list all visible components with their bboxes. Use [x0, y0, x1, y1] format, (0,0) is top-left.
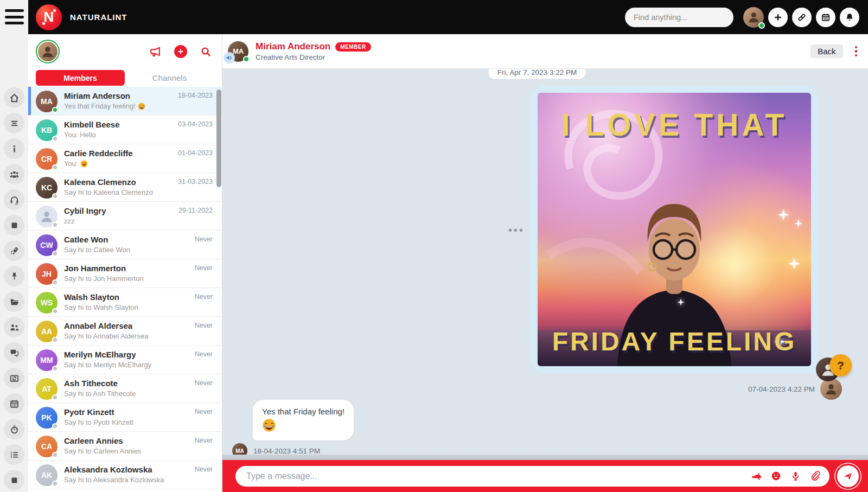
current-user-avatar[interactable]: [743, 7, 764, 28]
member-name: Catlee Won: [64, 235, 130, 244]
chats-icon: [9, 348, 20, 358]
megaphone-icon: [149, 46, 162, 58]
message-incoming-text: Yes that Friday feeling! MA 18-04-2023 4…: [232, 400, 354, 455]
message-preview: zzz: [64, 217, 106, 225]
peer-avatar[interactable]: MA: [228, 41, 248, 62]
pin-icon: [9, 271, 20, 282]
sidebar-item-chats[interactable]: [4, 342, 24, 363]
member-list-item[interactable]: CWCatlee WonSay hi to Catlee WonNever: [28, 231, 222, 259]
emoji-icon[interactable]: [770, 470, 782, 482]
members-panel: Members Channels MAMiriam AndersonYes th…: [28, 34, 222, 492]
calendar-icon: [9, 399, 20, 409]
search-button[interactable]: [200, 46, 212, 58]
offline-status-dot: [52, 251, 58, 257]
last-message-date: 31-03-2023: [178, 178, 213, 186]
logo-letter: N: [44, 9, 54, 25]
offline-status-dot: [52, 394, 58, 400]
message-preview: Say hi to Kaleena Clemenzo: [64, 188, 153, 196]
chat-panel: MA Miriam Anderson MEMBER Creative Arts …: [222, 34, 868, 492]
member-list-item[interactable]: PKPyotr KinzettSay hi to Pyotr KinzettNe…: [28, 403, 222, 432]
sidebar-item-pin[interactable]: [4, 266, 24, 286]
sidebar-item-stopwatch[interactable]: [4, 419, 24, 439]
sparkle-icon: [776, 208, 790, 222]
sparkle-icon: [787, 257, 801, 271]
send-button[interactable]: [837, 465, 859, 487]
help-button[interactable]: ?: [829, 354, 852, 376]
app-logo[interactable]: N: [36, 4, 62, 30]
send-icon: [843, 471, 853, 482]
icon-rail: [0, 0, 28, 492]
sidebar-item-group[interactable]: [4, 164, 24, 184]
member-list-item[interactable]: AKAleksandra KozlowskaSay hi to Aleksand…: [28, 461, 222, 489]
link-button[interactable]: [792, 8, 812, 27]
menu-lines-icon: [9, 118, 20, 129]
sidebar-item-info[interactable]: [4, 138, 24, 159]
offline-status-dot: [52, 423, 58, 429]
hamburger-menu-icon[interactable]: [5, 8, 24, 25]
tab-channels[interactable]: Channels: [125, 73, 214, 82]
gif-message-bubble[interactable]: I LOVE THAT FRIDAY FEELING: [531, 86, 818, 373]
last-message-date: 18-04-2023: [178, 92, 213, 99]
folder-icon: [9, 297, 20, 307]
current-user-avatar[interactable]: [36, 40, 60, 63]
avatar: CW: [36, 234, 58, 256]
member-list-item[interactable]: KCKaleena ClemenzoSay hi to Kaleena Clem…: [28, 173, 222, 202]
sidebar-item-ordered-list[interactable]: [4, 444, 24, 465]
plus-button[interactable]: [174, 45, 187, 58]
plus-button[interactable]: [768, 8, 788, 27]
message-preview: Say hi to Walsh Slayton: [64, 303, 138, 311]
mic-icon[interactable]: [790, 470, 801, 482]
message-input[interactable]: [246, 471, 751, 481]
message-timestamp: 18-04-2023 4:51 PM: [253, 447, 320, 455]
message-options-icon[interactable]: ●●●: [508, 226, 524, 234]
member-list-item[interactable]: ATAsh TithecoteSay hi to Ash TithecoteNe…: [28, 374, 222, 403]
sidebar-item-folder[interactable]: [4, 291, 24, 312]
sidebar-item-inbox-sync[interactable]: [4, 368, 24, 388]
megaphone-button[interactable]: [149, 46, 162, 58]
sidebar-item-calendar[interactable]: [4, 393, 24, 414]
member-list-item[interactable]: CACarleen AnniesSay hi to Carleen Annies…: [28, 432, 222, 461]
member-list-item[interactable]: AAAnnabel AlderseaSay hi to Annabel Alde…: [28, 317, 222, 346]
avatar: WS: [36, 292, 58, 314]
calendar-icon: [821, 12, 831, 22]
sidebar-item-headset[interactable]: [4, 189, 24, 210]
sidebar-item-home[interactable]: [4, 87, 24, 108]
person-icon: [39, 209, 54, 224]
member-list-item[interactable]: Cybil Ingryzzz29-11-2022: [28, 202, 222, 231]
member-list-item[interactable]: MAMiriam AndersonYes that Friday feeling…: [28, 87, 222, 116]
member-list-item[interactable]: WSWalsh SlaytonSay hi to Walsh SlaytonNe…: [28, 288, 222, 317]
member-list-item[interactable]: JHJon HammertonSay hi to Jon HammertonNe…: [28, 259, 222, 288]
bell-button[interactable]: [840, 8, 859, 27]
topbar-actions: [764, 8, 859, 27]
chat-options-kebab-icon[interactable]: [855, 46, 858, 57]
sparkle-icon: [794, 219, 803, 228]
sidebar-item-menu-lines[interactable]: [4, 113, 24, 133]
sidebar-item-users[interactable]: [4, 317, 24, 337]
sparkle-icon: [676, 298, 685, 306]
message-text: Yes that Friday feeling!: [262, 407, 344, 416]
sidebar-item-square[interactable]: [4, 470, 24, 490]
last-message-date: Never: [195, 322, 213, 329]
sidebar-item-rocket[interactable]: [4, 240, 24, 261]
message-composer: [222, 460, 868, 492]
sidebar-item-stop[interactable]: [4, 215, 24, 235]
speaker-badge[interactable]: [224, 52, 235, 63]
member-list-item[interactable]: MMMerilyn McElhargySay hi to Merilyn McE…: [28, 346, 222, 374]
frog-icon[interactable]: [751, 470, 762, 482]
member-list-item[interactable]: CRCarlie ReddecliffeYou:01-04-2023: [28, 144, 222, 173]
text-message-bubble[interactable]: Yes that Friday feeling!: [253, 400, 354, 440]
message-preview: Yes that Friday feeling!: [64, 102, 145, 110]
plus-icon: [177, 48, 184, 55]
paperclip-icon[interactable]: [809, 470, 821, 482]
laugh-emoji: [138, 103, 145, 110]
global-search-input[interactable]: [625, 13, 733, 22]
last-message-date: Never: [195, 264, 213, 272]
calendar-button[interactable]: [816, 8, 835, 27]
peer-name[interactable]: Miriam Anderson: [256, 41, 330, 52]
member-list-scrollbar[interactable]: [216, 90, 221, 187]
tab-members[interactable]: Members: [36, 70, 125, 86]
back-button[interactable]: Back: [810, 44, 843, 58]
member-list-item[interactable]: KBKimbell BeeseYou: Hello03-04-2023: [28, 116, 222, 144]
gif-bottom-text: FRIDAY FEELING: [538, 327, 811, 356]
message-preview: Say hi to Jon Hammerton: [64, 274, 144, 283]
